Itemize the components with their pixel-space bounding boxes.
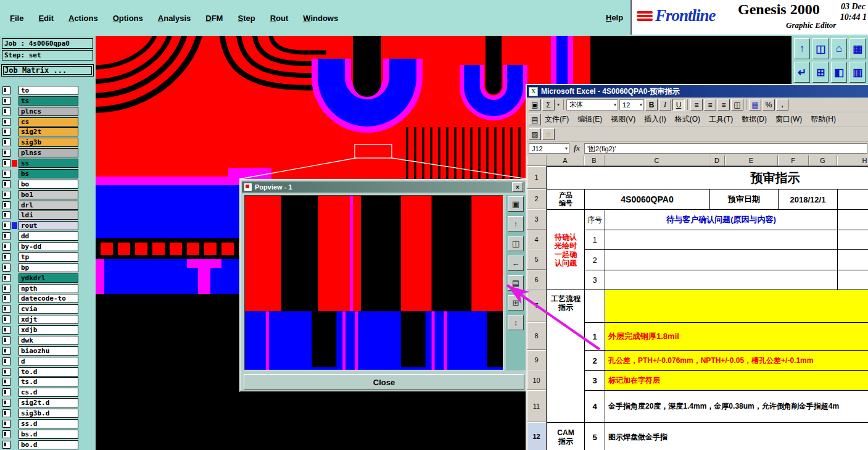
menu-item[interactable]: Analysis [158, 14, 191, 23]
layer-row[interactable]: sig3b.d [0, 408, 96, 419]
popview-close-icon[interactable]: × [512, 182, 523, 192]
layer-name[interactable]: dd [19, 231, 78, 241]
job-matrix-button[interactable]: Job Matrix ... [1, 64, 94, 77]
layer-name[interactable]: xdjt [19, 315, 78, 324]
layer-name[interactable]: cs [19, 117, 78, 127]
menu-item[interactable]: Actions [68, 14, 98, 23]
bold-button[interactable]: B [645, 99, 658, 110]
layer-row[interactable]: tp [0, 252, 96, 262]
popview-tool-button[interactable]: ↕ [508, 315, 524, 330]
row-header-6[interactable]: 6 [527, 270, 547, 290]
layer-visibility-toggle[interactable] [2, 347, 10, 355]
addin-button-2[interactable]: ☆ [542, 128, 555, 140]
layer-name[interactable]: bs [19, 169, 78, 178]
layer-name[interactable]: npth [19, 284, 78, 293]
cell-confirm-header[interactable]: 待与客户确认问题(原因与内容) [605, 210, 838, 230]
layer-row[interactable]: sig3b [0, 137, 96, 148]
cell-review-date-label[interactable]: 预审日期 [710, 190, 779, 210]
cell-confirm-no-1[interactable]: 1 [585, 230, 605, 250]
layer-visibility-toggle[interactable] [2, 336, 10, 344]
layer-name[interactable]: datecode-to [19, 294, 78, 303]
layer-row[interactable]: plnss [0, 148, 96, 158]
layer-name[interactable]: sig3b.d [19, 409, 78, 418]
cell-confirm-body-2[interactable] [605, 250, 838, 270]
cell-seq-header[interactable]: 序号 [585, 210, 605, 230]
column-header-c[interactable]: C [605, 156, 709, 166]
cell-confirm-side-label[interactable]: 待确认 光绘时 一起确 认问题 [547, 210, 585, 290]
cell-process-header[interactable] [605, 290, 868, 323]
layer-visibility-toggle[interactable] [2, 409, 10, 417]
layer-name[interactable]: ldi [19, 210, 78, 220]
layer-name[interactable]: rout [19, 221, 78, 230]
font-size-select[interactable]: 12 ▾ [619, 99, 644, 110]
layer-row[interactable]: ldi [0, 210, 96, 221]
layer-visibility-toggle[interactable] [2, 149, 10, 157]
layer-name[interactable]: bo.d [19, 440, 78, 449]
layer-name[interactable]: by-dd [19, 242, 78, 251]
layer-visibility-toggle[interactable] [2, 211, 10, 219]
layer-visibility-toggle[interactable] [2, 305, 10, 313]
cell-process-no-1[interactable]: 1 [585, 323, 605, 351]
layer-visibility-toggle[interactable] [2, 97, 10, 105]
cell-process-text-1[interactable]: 外层完成铜厚1.8mil [605, 323, 868, 351]
layer-name[interactable]: sig2t [19, 127, 78, 136]
cell-confirm-body-1[interactable] [605, 230, 838, 250]
column-header-g[interactable]: G [809, 156, 837, 166]
row-header-2[interactable]: 2 [527, 189, 547, 209]
popview-titlebar[interactable]: Popview - 1 × [242, 181, 525, 193]
cell-b7[interactable] [585, 290, 605, 323]
layer-row[interactable]: npth [0, 283, 96, 294]
layer-row[interactable]: biaozhu [0, 346, 96, 356]
layer-visibility-toggle[interactable] [2, 86, 10, 94]
excel-menu-item[interactable]: 数据(D) [739, 113, 769, 126]
toolbar-button[interactable]: ↑ [794, 38, 810, 59]
layer-row[interactable]: bs.d [0, 429, 96, 440]
layer-name[interactable]: bo1 [19, 190, 78, 199]
layer-visibility-toggle[interactable] [2, 430, 10, 438]
layer-visibility-toggle[interactable] [2, 274, 10, 282]
row-header-10[interactable]: 10 [527, 370, 547, 390]
percent-style-button[interactable]: % [763, 99, 775, 110]
popview-tool-button[interactable]: ▤ [508, 275, 524, 291]
column-header-b[interactable]: B [584, 156, 605, 166]
cell-process-text-2[interactable]: 孔公差，PTH+/-0.076mm，NPTH+/-0.05，槽孔公差+/-0.1… [605, 351, 868, 371]
italic-button[interactable]: I [659, 99, 671, 110]
popview-close-button[interactable]: Close [244, 374, 524, 390]
layer-visibility-toggle[interactable] [2, 420, 10, 428]
layer-visibility-toggle[interactable] [2, 253, 10, 261]
layer-row[interactable]: cs.d [0, 387, 96, 398]
layer-row[interactable]: by-dd [0, 241, 96, 252]
layer-name[interactable]: drl [19, 201, 78, 210]
layer-visibility-toggle[interactable] [2, 285, 10, 293]
layer-visibility-toggle[interactable] [2, 378, 10, 386]
menu-item[interactable]: Step [238, 14, 255, 23]
fill-color-button[interactable]: ▦ [749, 99, 761, 110]
layer-name[interactable]: ts.d [19, 377, 78, 386]
excel-menu-item[interactable]: 插入(I) [642, 113, 668, 126]
popview-tool-button[interactable]: ⊞ [508, 295, 524, 310]
layer-row[interactable]: to [0, 85, 96, 96]
layer-row[interactable]: xdjt [0, 314, 96, 325]
layer-name[interactable]: bo [19, 180, 78, 189]
cell-title[interactable]: 预审指示 [547, 167, 868, 190]
layer-row[interactable]: bs [0, 169, 96, 179]
layer-row[interactable]: xdjb [0, 325, 96, 335]
row-header-9[interactable]: 9 [527, 350, 547, 370]
layer-visibility-toggle[interactable] [2, 191, 10, 199]
layer-name[interactable]: ts [19, 96, 78, 106]
layer-name[interactable]: bp [19, 263, 78, 272]
layer-name[interactable]: tp [19, 252, 78, 262]
layer-row[interactable]: ydkdrl [0, 273, 96, 283]
column-header-h[interactable]: H [837, 156, 868, 166]
toolbar-button[interactable]: ◫ [812, 38, 829, 59]
layer-name[interactable]: xdjb [19, 325, 78, 335]
layer-visibility-toggle[interactable] [2, 315, 10, 323]
layer-visibility-toggle[interactable] [2, 326, 10, 334]
layer-name[interactable]: sig2t.d [19, 398, 78, 407]
layer-name[interactable]: ydkdrl [19, 273, 78, 283]
popview-tool-button[interactable]: ▣ [508, 196, 524, 212]
layer-row[interactable]: dwk [0, 335, 96, 346]
layer-row[interactable]: to.d [0, 367, 96, 377]
layer-row[interactable]: drl [0, 200, 96, 210]
layer-row[interactable]: ts.d [0, 377, 96, 388]
